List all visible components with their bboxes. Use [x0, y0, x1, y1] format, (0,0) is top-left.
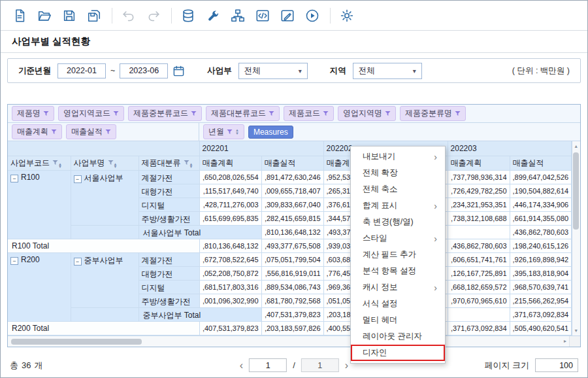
menu-item[interactable]: 스타일›: [351, 230, 445, 247]
value-cell: ,891,472,630,246: [261, 170, 323, 184]
value-header-cell[interactable]: 매출계획: [199, 156, 261, 170]
collapse-icon[interactable]: −: [74, 258, 82, 266]
horizontal-scrollbar[interactable]: ▸: [8, 335, 580, 347]
row-header-group[interactable]: −R200: [8, 252, 71, 321]
menu-item[interactable]: 분석 항목 설정: [351, 263, 445, 279]
menu-item[interactable]: 캐시 정보›: [351, 279, 445, 296]
save-all-icon[interactable]: [84, 6, 104, 26]
filter-funnel-icon[interactable]: [455, 111, 461, 116]
row-header-spacer: [71, 307, 139, 321]
filter-funnel-icon[interactable]: [269, 111, 274, 116]
undo-icon[interactable]: [119, 6, 139, 26]
sort-icon[interactable]: ▲▼: [189, 163, 193, 169]
row-header-cell[interactable]: 사업부코드▲▼: [8, 156, 71, 170]
collapse-icon[interactable]: −: [74, 175, 82, 183]
menu-item[interactable]: 서식 설정: [351, 296, 445, 312]
sub-header-row: 사업부코드▲▼사업부명▲▼제품대분류▲▼매출계획매출실적매출계획매출실적매출계획…: [8, 156, 571, 170]
field-chip-label: 제품명: [17, 108, 41, 119]
vscroll-thumb[interactable]: [573, 152, 579, 230]
database-icon[interactable]: [178, 6, 198, 26]
field-chip[interactable]: 매출계획: [12, 124, 62, 139]
row-header-leaf: 주방/생활가전: [139, 211, 199, 225]
filter-funnel-icon[interactable]: [51, 129, 57, 135]
filter-funnel-icon[interactable]: [113, 111, 119, 116]
settings-icon[interactable]: [337, 6, 357, 26]
menu-item[interactable]: 레이아웃 관리자: [351, 328, 445, 345]
collapse-icon[interactable]: −: [10, 175, 18, 182]
edit-icon[interactable]: [278, 6, 297, 26]
menu-item[interactable]: 합계 표시›: [351, 198, 445, 214]
region-select[interactable]: 전체 ▾: [353, 63, 422, 79]
filter-funnel-icon[interactable]: [43, 111, 49, 116]
division-select[interactable]: 전체 ▾: [238, 63, 308, 79]
run-icon[interactable]: [302, 6, 322, 26]
sitemap-icon[interactable]: [228, 6, 248, 26]
open-folder-icon[interactable]: [35, 6, 54, 26]
row-header-group[interactable]: −중부사업부: [71, 252, 139, 307]
hscroll-thumb[interactable]: [11, 339, 142, 345]
sort-icon[interactable]: ▲▼: [235, 129, 239, 135]
filter-funnel-icon[interactable]: [191, 111, 197, 116]
column-group-header[interactable]: 202201: [199, 141, 323, 156]
calendar-icon[interactable]: [172, 65, 185, 77]
pivot-row: 중부사업부 Total,407,531,379,823,203,183,597,…: [8, 307, 571, 321]
row-header-group[interactable]: −서울사업부: [71, 170, 139, 225]
row-header-cell[interactable]: 사업부명▲▼: [71, 156, 139, 170]
save-icon[interactable]: [59, 6, 79, 26]
measures-chip[interactable]: Measures: [248, 126, 293, 139]
page-size-area: 페이지 크기: [484, 358, 578, 372]
filter-funnel-icon[interactable]: [105, 129, 111, 135]
sort-icon[interactable]: ▲▼: [58, 163, 62, 169]
sort-icon[interactable]: ▲▼: [114, 163, 118, 169]
field-chip[interactable]: 매출실적: [66, 124, 116, 139]
menu-item[interactable]: 전체 확장: [351, 165, 445, 181]
code-editor-icon[interactable]: [253, 6, 272, 26]
value-cell: ,615,699,695,835: [199, 211, 261, 225]
menu-item[interactable]: 디자인: [351, 345, 445, 361]
value-header-cell[interactable]: 매출실적: [261, 156, 323, 170]
prev-page-button[interactable]: ‹: [240, 360, 243, 371]
value-header-cell[interactable]: 매출계획: [448, 156, 510, 170]
field-chip[interactable]: 영업지역명: [338, 106, 396, 121]
filter-funnel-icon[interactable]: [184, 160, 189, 165]
scroll-up-icon[interactable]: ▲: [574, 141, 578, 151]
value-cell: ,309,833,667,040: [261, 198, 323, 211]
menu-item[interactable]: 멀티 헤더: [351, 312, 445, 328]
value-header-cell[interactable]: 매출실적: [510, 156, 571, 170]
field-chip[interactable]: 제품명: [12, 106, 54, 121]
page-size-input[interactable]: [535, 358, 578, 372]
menu-item[interactable]: 축 변경(행/열): [351, 214, 445, 230]
filter-funnel-icon[interactable]: [323, 111, 329, 116]
field-chip[interactable]: 제품대분류코드: [206, 106, 280, 121]
period-from-input[interactable]: [57, 63, 106, 78]
column-fields-area: 년월▲▼Measures: [199, 123, 580, 141]
redo-icon[interactable]: [144, 6, 163, 26]
field-chip[interactable]: 제품중분류명: [400, 106, 466, 121]
unit-note: ( 단위 : 백만원 ): [512, 65, 570, 77]
filter-funnel-icon[interactable]: [108, 160, 114, 165]
collapse-icon[interactable]: −: [10, 257, 18, 265]
row-header-group[interactable]: −R100: [8, 170, 71, 239]
filter-funnel-icon[interactable]: [385, 111, 391, 116]
vertical-scrollbar[interactable]: ▲ ▼: [572, 141, 580, 335]
field-chip[interactable]: 제품중분류코드: [128, 106, 202, 121]
menu-item[interactable]: 전체 축소: [351, 181, 445, 198]
field-chip[interactable]: 제품코드: [284, 106, 334, 121]
tilde-separator: ~: [110, 66, 115, 75]
tools-icon[interactable]: [203, 6, 223, 26]
scroll-down-icon[interactable]: ▼: [574, 326, 578, 335]
column-group-header[interactable]: 202203: [448, 141, 571, 156]
menu-item-label: 멀티 헤더: [363, 315, 397, 326]
scroll-right-icon[interactable]: ▸: [564, 336, 566, 347]
filter-funnel-icon[interactable]: [52, 160, 58, 165]
filter-funnel-icon[interactable]: [227, 129, 233, 135]
row-header-cell[interactable]: 제품대분류▲▼: [139, 156, 199, 170]
period-to-input[interactable]: [120, 63, 168, 78]
next-page-button[interactable]: ›: [345, 360, 348, 371]
new-file-icon[interactable]: [10, 6, 29, 26]
page-input[interactable]: [249, 358, 287, 372]
menu-item[interactable]: 계산 필드 추가: [351, 247, 445, 263]
field-chip[interactable]: 영업지역코드: [58, 106, 124, 121]
menu-item[interactable]: 내보내기›: [351, 148, 445, 165]
field-chip[interactable]: 년월▲▼: [203, 124, 244, 139]
